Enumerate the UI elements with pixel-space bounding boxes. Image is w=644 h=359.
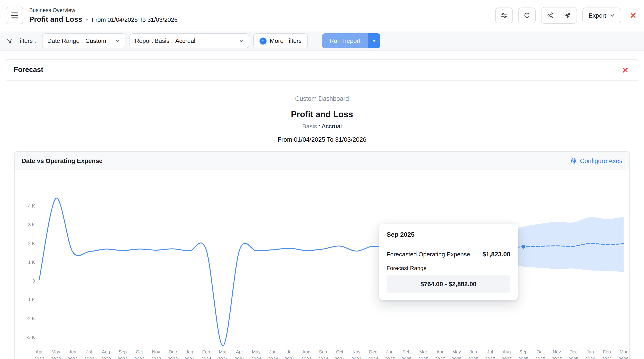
x-axis-year-label: 2024 <box>318 356 328 359</box>
x-axis-month-label: Jul <box>86 349 92 354</box>
forecast-title: Forecast <box>14 66 43 74</box>
x-axis-year-label: 2024 <box>301 356 311 359</box>
x-axis-month-label: Feb <box>402 349 410 354</box>
x-axis-year-label: 2024 <box>334 356 345 359</box>
run-report-button[interactable]: Run Report <box>322 33 368 48</box>
x-axis-month-label: Dec <box>369 349 377 354</box>
tooltip-metric-value: $1,823.00 <box>482 250 510 257</box>
x-axis-year-label: 2025 <box>518 356 528 359</box>
forecast-close-button[interactable]: ✕ <box>622 66 629 74</box>
more-filters-button[interactable]: + More Filters <box>253 33 308 48</box>
x-axis-month-label: Aug <box>502 349 511 354</box>
x-axis-month-label: Feb <box>603 349 611 354</box>
x-axis-year-label: 2024 <box>234 356 245 359</box>
chevron-down-icon <box>372 40 376 42</box>
chart-title: Date vs Operating Expense <box>22 157 103 164</box>
forecast-panel: Forecast ✕ Custom Dashboard Profit and L… <box>6 59 638 359</box>
x-axis-month-label: Jun <box>269 349 277 354</box>
y-axis-label: -3 K <box>26 335 35 340</box>
configure-axes-link[interactable]: Configure Axes <box>570 157 622 164</box>
main-content: Forecast ✕ Custom Dashboard Profit and L… <box>0 51 644 359</box>
filters-label: Filters : <box>7 38 36 44</box>
filter-icon <box>7 38 13 44</box>
x-axis-month-label: May <box>252 349 260 354</box>
dashboard-label: Custom Dashboard <box>6 95 638 102</box>
x-axis-month-label: Dec <box>169 349 177 354</box>
x-axis-month-label: Mar <box>419 349 427 354</box>
x-axis-month-label: Nov <box>152 349 160 354</box>
x-axis-month-label: Jun <box>69 349 76 354</box>
report-meta: Custom Dashboard Profit and Loss Basis :… <box>6 81 638 143</box>
x-axis-year-label: 2025 <box>468 356 478 359</box>
close-report-button[interactable]: ✕ <box>630 11 636 19</box>
x-axis-year-label: 2024 <box>368 356 378 359</box>
dot-separator: • <box>86 16 88 23</box>
plus-icon: + <box>259 37 266 45</box>
x-axis-month-label: Oct <box>536 349 544 354</box>
export-button[interactable]: Export <box>582 8 621 23</box>
export-label: Export <box>589 12 606 19</box>
title-block: Business Overview Profit and Loss • From… <box>29 7 178 24</box>
chart-svg[interactable]: 4 K3 K2 K1 K0-1 K-2 K-3 KApr2023May2023J… <box>14 170 630 359</box>
run-report-split-button: Run Report <box>322 33 380 48</box>
y-axis-label: -1 K <box>26 297 35 302</box>
x-axis-month-label: Jan <box>186 349 193 354</box>
x-axis-year-label: 2025 <box>552 356 562 359</box>
hamburger-menu-button[interactable] <box>6 7 24 24</box>
chart-card: Date vs Operating Expense Configure Axes… <box>14 151 630 359</box>
x-axis-month-label: Feb <box>202 349 210 354</box>
x-axis-year-label: 2026 <box>602 356 612 359</box>
x-axis-year-label: 2025 <box>435 356 445 359</box>
x-axis-year-label: 2025 <box>402 356 412 359</box>
share-send-button-group <box>541 7 577 24</box>
breadcrumb: Business Overview <box>29 7 178 14</box>
x-axis-month-label: Mar <box>219 349 227 354</box>
x-axis-month-label: Jan <box>586 349 594 354</box>
x-axis-month-label: Jan <box>386 349 394 354</box>
date-range-label: Date Range : <box>47 38 83 44</box>
forecast-marker <box>522 245 525 248</box>
x-axis-year-label: 2023 <box>84 356 94 359</box>
x-axis-month-label: Apr <box>236 349 243 354</box>
x-axis-year-label: 2026 <box>618 356 629 359</box>
y-axis-label: 2 K <box>28 241 35 246</box>
sliders-icon <box>501 12 508 19</box>
x-axis-month-label: Dec <box>570 349 578 354</box>
hamburger-icon <box>11 13 18 14</box>
x-axis-year-label: 2025 <box>568 356 578 359</box>
x-axis-year-label: 2023 <box>51 356 61 359</box>
configure-axes-label: Configure Axes <box>580 157 622 164</box>
customize-button[interactable] <box>496 8 513 23</box>
x-axis-month-label: Oct <box>336 349 343 354</box>
report-basis-dropdown[interactable]: Report Basis : Accrual <box>130 33 249 48</box>
chart-plot-area[interactable]: 4 K3 K2 K1 K0-1 K-2 K-3 KApr2023May2023J… <box>14 170 630 359</box>
report-title: Profit and Loss <box>6 109 638 119</box>
share-button[interactable] <box>542 8 559 23</box>
send-button[interactable] <box>559 8 577 23</box>
x-axis-year-label: 2023 <box>151 356 161 359</box>
x-axis-year-label: 2024 <box>251 356 261 359</box>
x-axis-month-label: Mar <box>620 349 628 354</box>
filter-bar: Filters : Date Range : Custom Report Bas… <box>0 31 644 51</box>
date-range-value: Custom <box>86 38 106 44</box>
x-axis-year-label: 2023 <box>34 356 44 359</box>
run-report-caret-button[interactable] <box>368 33 380 48</box>
refresh-button[interactable] <box>518 8 536 23</box>
x-axis-year-label: 2024 <box>218 356 228 359</box>
chevron-down-icon <box>610 13 615 18</box>
top-bar: Business Overview Profit and Loss • From… <box>0 0 644 31</box>
y-axis-label: 0 <box>32 278 35 283</box>
y-axis-label: 1 K <box>28 260 35 265</box>
x-axis-year-label: 2025 <box>418 356 428 359</box>
chart-header: Date vs Operating Expense Configure Axes <box>14 152 630 170</box>
x-axis-year-label: 2025 <box>485 356 495 359</box>
report-period-subtitle: From 01/04/2025 To 31/03/2026 <box>92 16 178 23</box>
date-range-dropdown[interactable]: Date Range : Custom <box>42 33 125 48</box>
x-axis-year-label: 2025 <box>385 356 395 359</box>
forecast-panel-header: Forecast ✕ <box>6 60 638 81</box>
x-axis-year-label: 2023 <box>101 356 111 359</box>
app-root: Business Overview Profit and Loss • From… <box>0 0 644 359</box>
refresh-icon <box>524 12 530 19</box>
share-icon <box>547 12 554 19</box>
send-icon <box>564 12 571 19</box>
